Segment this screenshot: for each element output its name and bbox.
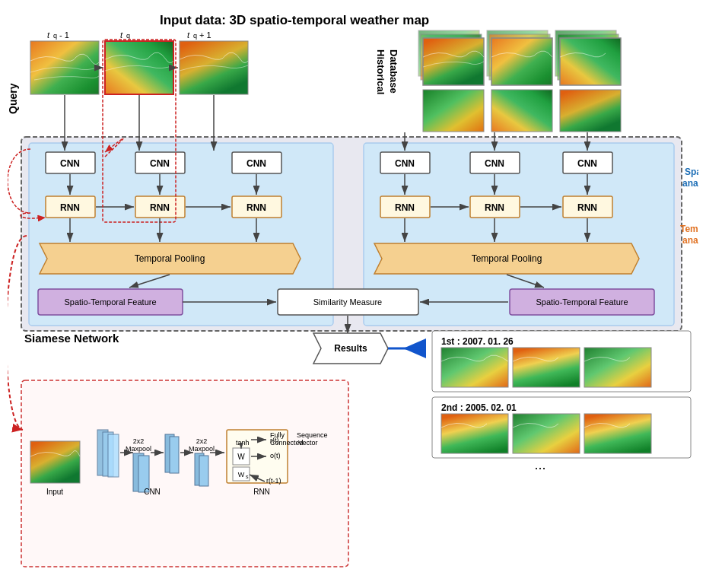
historical-label-2: Database [388, 49, 399, 94]
svg-text:CNN: CNN [60, 158, 80, 169]
historical-label: Historical [375, 49, 386, 94]
svg-text:Sequence: Sequence [297, 431, 328, 439]
main-container: Input data: 3D spatio-temporal weather m… [0, 0, 706, 588]
svg-text:CNN: CNN [246, 158, 266, 169]
svg-text:W: W [238, 471, 245, 478]
svg-text:tanh: tanh [236, 439, 250, 447]
svg-text:CNN: CNN [577, 158, 597, 169]
svg-text:RNN: RNN [577, 202, 597, 213]
diagram-svg: Input data: 3D spatio-temporal weather m… [8, 8, 698, 580]
svg-text:s: s [246, 474, 249, 479]
cnn-layer-5 [170, 437, 179, 473]
time-label-minus1: t [47, 30, 50, 40]
temporal-label: Temporal [680, 224, 698, 234]
svg-text:RNN: RNN [246, 202, 266, 213]
temporal-label-2: analysis [682, 235, 698, 246]
spatial-label: Spatial [685, 167, 698, 177]
page-title: Input data: 3D spatio-temporal weather m… [160, 13, 429, 27]
svg-text:1st : 2007. 01. 26: 1st : 2007. 01. 26 [441, 336, 514, 347]
svg-text:Maxpool: Maxpool [189, 445, 215, 453]
maxpool-1b [138, 456, 149, 492]
out-map-2-2 [513, 414, 580, 453]
hist-map-row2-1 [423, 90, 484, 132]
svg-text:Results: Results [334, 343, 367, 354]
query-label: Query [8, 83, 19, 114]
hist-map-row2-2 [491, 90, 552, 132]
out-map-1-2 [513, 348, 580, 387]
ellipsis: ... [534, 457, 545, 472]
svg-text:Vector: Vector [298, 439, 318, 447]
spatial-label-2: analysis [682, 178, 698, 189]
svg-text:Maxpool: Maxpool [126, 445, 151, 453]
svg-text:CNN: CNN [150, 158, 170, 169]
svg-text:2x2: 2x2 [133, 437, 145, 445]
hist-map-front-2 [491, 38, 552, 85]
maxpool-2b [199, 456, 208, 486]
detail-input-label: Input [46, 488, 63, 496]
siamese-network-label: Siamese Network [24, 332, 119, 345]
detail-input-map [30, 441, 80, 483]
hist-map-row2-3 [560, 90, 621, 132]
time-label-plus1-text: + 1 [199, 30, 211, 40]
out-map-1-3 [584, 348, 651, 387]
out-map-2-1 [441, 414, 508, 453]
detail-cnn-label: CNN [144, 488, 161, 496]
o-t-label: o(t) [270, 452, 281, 459]
svg-text:RNN: RNN [150, 202, 170, 213]
time-label-tq: t [120, 30, 123, 40]
svg-text:RNN: RNN [485, 202, 504, 213]
query-map-1 [30, 41, 99, 94]
svg-text:Temporal Pooling: Temporal Pooling [472, 253, 542, 264]
svg-text:Similarity Measure: Similarity Measure [313, 297, 382, 307]
time-label-plus1: t [187, 30, 190, 40]
hist-map-front-3 [560, 38, 621, 85]
out-map-2-3 [584, 414, 651, 453]
svg-text:Spatio-Temporal Feature: Spatio-Temporal Feature [64, 297, 156, 307]
time-label-minus1-text: - 1 [59, 30, 69, 40]
svg-text:Temporal Pooling: Temporal Pooling [135, 253, 205, 264]
svg-text:RNN: RNN [60, 202, 80, 213]
out-map-1-1 [441, 348, 508, 387]
cnn-layer-3 [108, 434, 119, 477]
svg-text:Fully: Fully [270, 431, 285, 439]
svg-text:2x2: 2x2 [196, 437, 208, 445]
r-t1-label: r(t-1) [266, 477, 281, 485]
svg-text:CNN: CNN [485, 158, 504, 169]
time-label-tq-sub: q [126, 32, 130, 40]
svg-text:2nd : 2005. 02. 01: 2nd : 2005. 02. 01 [441, 402, 517, 413]
svg-text:CNN: CNN [395, 158, 415, 169]
svg-text:Spatio-Temporal Feature: Spatio-Temporal Feature [536, 297, 628, 307]
time-label-plus1-sub: q [193, 32, 197, 40]
svg-text:RNN: RNN [395, 202, 415, 213]
time-label-minus1-sub: q [53, 32, 57, 40]
svg-text:W: W [237, 453, 245, 461]
detail-rnn-label: RNN [253, 488, 270, 496]
